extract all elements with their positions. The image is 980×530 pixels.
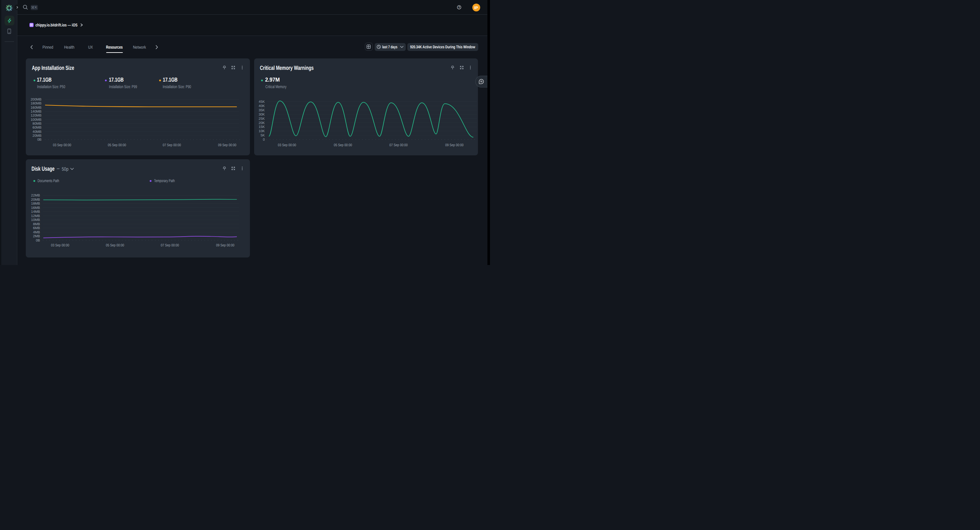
svg-text:Installation Size: P99: Installation Size: P99 bbox=[109, 84, 137, 89]
svg-text:18MB: 18MB bbox=[31, 202, 40, 206]
svg-text:35K: 35K bbox=[259, 108, 265, 112]
svg-text:45K: 45K bbox=[259, 100, 265, 104]
svg-text:40K: 40K bbox=[259, 104, 265, 108]
svg-text:Resources: Resources bbox=[106, 45, 123, 49]
svg-text:09 Sep 00:00: 09 Sep 00:00 bbox=[445, 143, 463, 147]
svg-text:15K: 15K bbox=[259, 125, 265, 129]
svg-text:Temporary Path: Temporary Path bbox=[154, 179, 175, 183]
svg-text:100MB: 100MB bbox=[31, 118, 41, 122]
svg-text:16MB: 16MB bbox=[31, 206, 40, 210]
svg-text:05 Sep 00:00: 05 Sep 00:00 bbox=[108, 143, 126, 147]
svg-text:09 Sep 00:00: 09 Sep 00:00 bbox=[218, 143, 237, 147]
svg-text:Critical Memory Warnings: Critical Memory Warnings bbox=[260, 65, 314, 71]
svg-text:03 Sep 00:00: 03 Sep 00:00 bbox=[51, 243, 69, 248]
svg-text:80MB: 80MB bbox=[33, 122, 41, 125]
svg-text:40MB: 40MB bbox=[33, 130, 41, 134]
svg-text:17.1GB: 17.1GB bbox=[163, 76, 178, 83]
svg-text:07 Sep 00:00: 07 Sep 00:00 bbox=[163, 143, 181, 147]
svg-text:6MB: 6MB bbox=[33, 226, 40, 230]
svg-text:IP: IP bbox=[474, 6, 478, 10]
svg-text:K: K bbox=[35, 6, 37, 10]
svg-text:60MB: 60MB bbox=[33, 125, 41, 130]
svg-text:20MB: 20MB bbox=[31, 198, 40, 202]
svg-text:Installation Size: P50: Installation Size: P50 bbox=[37, 84, 65, 89]
svg-text:05 Sep 00:00: 05 Sep 00:00 bbox=[106, 243, 124, 248]
svg-text:Disk Usage: Disk Usage bbox=[32, 165, 55, 172]
svg-text:8MB: 8MB bbox=[33, 222, 40, 226]
svg-text:chippy.io.bitdrift.ios — iOS: chippy.io.bitdrift.ios — iOS bbox=[36, 22, 78, 27]
svg-text:?: ? bbox=[458, 6, 460, 9]
svg-text:14MB: 14MB bbox=[31, 210, 40, 214]
svg-text:20K: 20K bbox=[259, 121, 265, 125]
svg-text:30K: 30K bbox=[259, 113, 265, 116]
svg-text:20MB: 20MB bbox=[33, 134, 41, 138]
svg-text:5K: 5K bbox=[261, 133, 265, 137]
svg-text:Pinned: Pinned bbox=[43, 45, 53, 49]
svg-text:07 Sep 00:00: 07 Sep 00:00 bbox=[161, 243, 179, 248]
svg-text:22MB: 22MB bbox=[31, 194, 40, 197]
svg-text:UX: UX bbox=[88, 45, 93, 49]
svg-text:4MB: 4MB bbox=[33, 230, 40, 234]
svg-text:120MB: 120MB bbox=[31, 114, 41, 117]
svg-text:25K: 25K bbox=[259, 117, 265, 121]
svg-text:0: 0 bbox=[263, 138, 265, 142]
svg-text:2.97M: 2.97M bbox=[265, 76, 280, 83]
svg-text:05 Sep 00:00: 05 Sep 00:00 bbox=[334, 143, 352, 147]
svg-text:07 Sep 00:00: 07 Sep 00:00 bbox=[390, 143, 408, 147]
svg-text:920.34K Active Devices During: 920.34K Active Devices During This Windo… bbox=[410, 45, 475, 49]
svg-text:Documents Path: Documents Path bbox=[38, 179, 59, 183]
svg-text:180MB: 180MB bbox=[31, 102, 41, 105]
svg-text:App Installation Size: App Installation Size bbox=[32, 65, 75, 71]
svg-text:12MB: 12MB bbox=[31, 214, 40, 218]
svg-text:0B: 0B bbox=[37, 138, 41, 142]
svg-text:2MB: 2MB bbox=[33, 234, 40, 238]
svg-text:10K: 10K bbox=[259, 129, 265, 133]
svg-text:17.1GB: 17.1GB bbox=[109, 76, 124, 83]
svg-text:10MB: 10MB bbox=[31, 218, 40, 222]
svg-text:last 7 days: last 7 days bbox=[382, 45, 398, 49]
svg-text:Critical Memory: Critical Memory bbox=[266, 84, 287, 89]
svg-text:50p: 50p bbox=[62, 167, 68, 172]
svg-text:Health: Health bbox=[64, 45, 75, 49]
svg-text:17.1GB: 17.1GB bbox=[37, 76, 52, 83]
svg-text:140MB: 140MB bbox=[31, 109, 41, 114]
svg-text:200MB: 200MB bbox=[31, 98, 41, 102]
svg-text:Network: Network bbox=[133, 45, 146, 49]
svg-text:03 Sep 00:00: 03 Sep 00:00 bbox=[278, 143, 296, 147]
svg-text:Installation Size: P90: Installation Size: P90 bbox=[163, 84, 191, 89]
svg-text:0B: 0B bbox=[36, 238, 40, 243]
svg-text:09 Sep 00:00: 09 Sep 00:00 bbox=[216, 243, 235, 248]
svg-text:03 Sep 00:00: 03 Sep 00:00 bbox=[53, 143, 71, 147]
svg-text:160MB: 160MB bbox=[31, 106, 41, 109]
